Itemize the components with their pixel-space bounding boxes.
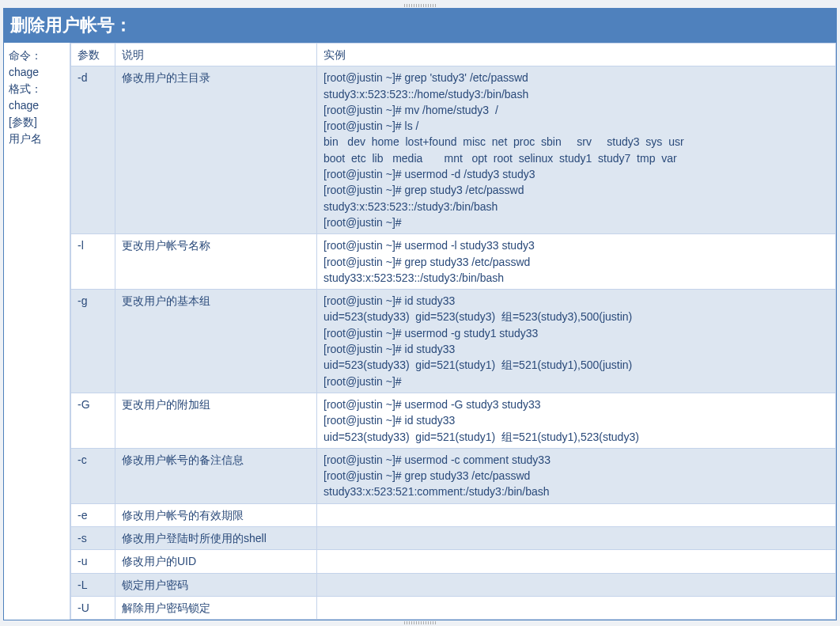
cell-example: [root@justin ~]# usermod -l study33 stud… [317,234,836,290]
cell-desc: 修改用户的主目录 [115,66,317,234]
cell-param: -e [71,503,115,526]
cell-example [317,573,836,596]
col-header-example: 实例 [317,44,836,66]
cell-desc: 修改用户的UID [115,550,317,573]
page-title: 删除用户帐号： [4,9,836,43]
table-row: -e修改用户帐号的有效期限 [71,503,836,526]
cell-param: -s [71,527,115,550]
col-header-desc: 说明 [115,44,317,66]
cell-param: -L [71,573,115,596]
table-row: -U解除用户密码锁定 [71,596,836,619]
cell-desc: 修改用户帐号的备注信息 [115,448,317,503]
cell-example: [root@justin ~]# id study33 uid=523(stud… [317,290,836,393]
cell-param: -l [71,234,115,290]
cell-param: -G [71,393,115,448]
cell-param: -g [71,290,115,393]
cell-param: -U [71,596,115,619]
cell-desc: 更改用户帐号名称 [115,234,317,290]
cell-example [317,503,836,526]
table-row: -G更改用户的附加组[root@justin ~]# usermod -G st… [71,393,836,448]
cell-example [317,596,836,619]
cell-desc: 锁定用户密码 [115,573,317,596]
cell-desc: 修改用户登陆时所使用的shell [115,527,317,550]
table-row: -u修改用户的UID [71,550,836,573]
table-row: -l更改用户帐号名称[root@justin ~]# usermod -l st… [71,234,836,290]
cell-example: [root@justin ~]# usermod -G study3 study… [317,393,836,448]
table-row: -L锁定用户密码 [71,573,836,596]
params-table: 参数 说明 实例 -d修改用户的主目录[root@justin ~]# grep… [70,43,836,620]
side-column: 命令： chage 格式： chage [参数] 用户名 [4,43,70,620]
side-line: 用户名 [9,131,65,147]
cell-param: -d [71,66,115,234]
cell-param: -c [71,448,115,503]
side-line: chage [9,97,65,114]
cell-desc: 修改用户帐号的有效期限 [115,503,317,526]
content-layout: 命令： chage 格式： chage [参数] 用户名 参数 说明 实例 -d… [4,43,836,620]
cell-param: -u [71,550,115,573]
cell-example: [root@justin ~]# usermod -c comment stud… [317,448,836,503]
cell-desc: 更改用户的附加组 [115,393,317,448]
col-header-param: 参数 [71,44,115,66]
cell-example: [root@justin ~]# grep 'study3' /etc/pass… [317,66,836,234]
table-body: -d修改用户的主目录[root@justin ~]# grep 'study3'… [71,66,836,620]
cell-example [317,527,836,550]
grip-bottom [3,620,837,625]
cell-desc: 解除用户密码锁定 [115,596,317,619]
side-line: 格式： [9,81,65,97]
main-column: 参数 说明 实例 -d修改用户的主目录[root@justin ~]# grep… [70,43,836,620]
side-line: chage [9,64,65,81]
cell-desc: 更改用户的基本组 [115,290,317,393]
cell-example [317,550,836,573]
side-line: 命令： [9,47,65,64]
table-row: -c修改用户帐号的备注信息[root@justin ~]# usermod -c… [71,448,836,503]
table-row: -d修改用户的主目录[root@justin ~]# grep 'study3'… [71,66,836,234]
table-row: -g更改用户的基本组[root@justin ~]# id study33 ui… [71,290,836,393]
side-line: [参数] [9,114,65,131]
table-header-row: 参数 说明 实例 [71,44,836,66]
document-frame: 删除用户帐号： 命令： chage 格式： chage [参数] 用户名 参数 … [3,8,837,620]
table-row: -s修改用户登陆时所使用的shell [71,527,836,550]
